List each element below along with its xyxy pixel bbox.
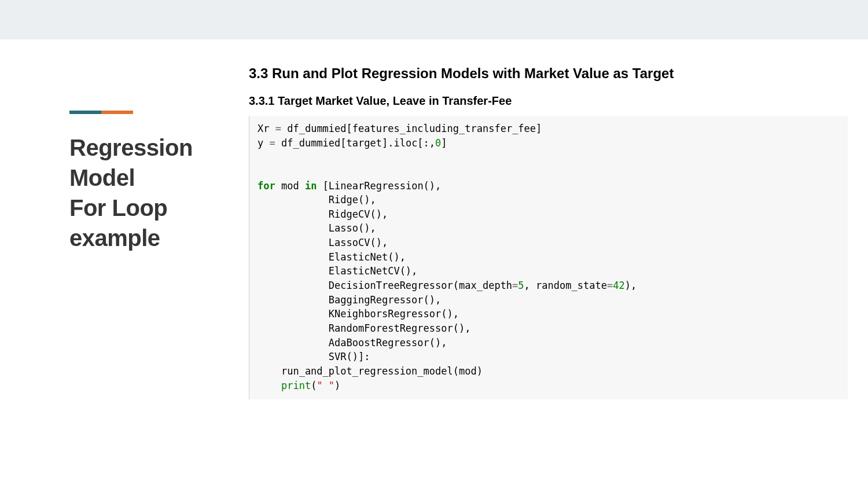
- code-number: 0: [435, 137, 441, 149]
- title-line: example: [69, 225, 160, 251]
- code-keyword: in: [305, 180, 317, 192]
- code-operator: =: [269, 137, 275, 149]
- left-column: Regression Model For Loop example: [69, 65, 231, 399]
- code-text: [LinearRegression(),: [317, 180, 441, 192]
- code-operator: =: [607, 280, 613, 291]
- code-text: ElasticNet(),: [258, 251, 406, 263]
- code-text: Ridge(),: [258, 194, 376, 206]
- code-text: , random_state: [524, 280, 607, 291]
- code-operator: =: [512, 280, 518, 291]
- code-text: Xr: [258, 123, 275, 134]
- code-number: 5: [518, 280, 524, 291]
- title-accent-line: [69, 111, 231, 114]
- slide-title: Regression Model For Loop example: [69, 133, 231, 253]
- code-builtin: print: [281, 380, 311, 391]
- accent-segment-orange: [101, 111, 133, 114]
- section-heading: 3.3 Run and Plot Regression Models with …: [249, 65, 848, 82]
- code-text: Lasso(),: [258, 222, 376, 234]
- right-column: 3.3 Run and Plot Regression Models with …: [249, 65, 848, 399]
- title-line: Model: [69, 165, 135, 190]
- code-text: KNeighborsRegressor(),: [258, 308, 459, 320]
- code-string: " ": [317, 380, 334, 391]
- code-text: ): [334, 380, 340, 391]
- code-keyword: for: [258, 180, 275, 192]
- accent-segment-teal: [69, 111, 101, 114]
- code-text: ElasticNetCV(),: [258, 265, 417, 277]
- subsection-heading: 3.3.1 Target Market Value, Leave in Tran…: [249, 94, 848, 108]
- code-operator: =: [275, 123, 281, 134]
- code-text: df_dummied[features_including_transfer_f…: [281, 123, 542, 134]
- code-text: RandomForestRegressor(),: [258, 322, 470, 334]
- code-text: run_and_plot_regression_model(mod): [258, 365, 483, 377]
- title-line: For Loop: [69, 195, 167, 221]
- code-text: DecisionTreeRegressor(max_depth: [258, 280, 512, 291]
- title-line: Regression: [69, 135, 193, 160]
- presentation-slide: Regression Model For Loop example 3.3 Ru…: [0, 39, 868, 488]
- slide-content: Regression Model For Loop example 3.3 Ru…: [0, 39, 868, 399]
- code-text: RidgeCV(),: [258, 208, 388, 220]
- code-text: AdaBoostRegressor(),: [258, 337, 447, 348]
- code-text: ),: [625, 280, 637, 291]
- code-text: y: [258, 137, 269, 149]
- code-text: mod: [275, 180, 305, 192]
- code-text: SVR()]:: [258, 351, 370, 362]
- code-text: df_dummied[target].iloc[:,: [275, 137, 435, 149]
- code-text: ]: [441, 137, 447, 149]
- code-block: Xr = df_dummied[features_including_trans…: [249, 116, 848, 399]
- code-number: 42: [613, 280, 624, 291]
- code-text: BaggingRegressor(),: [258, 294, 441, 306]
- code-text: [258, 380, 281, 391]
- code-text: (: [311, 380, 317, 391]
- code-text: LassoCV(),: [258, 237, 388, 248]
